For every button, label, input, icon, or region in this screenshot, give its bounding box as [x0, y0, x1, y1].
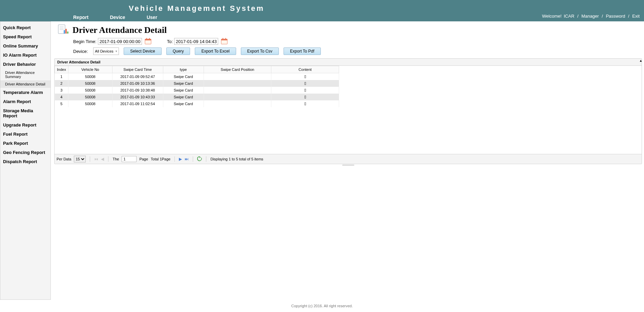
sidebar-item[interactable]: Alarm Report: [0, 97, 50, 106]
sidebar-item[interactable]: Park Report: [0, 139, 50, 148]
column-header[interactable]: Swipe Card Time: [112, 66, 163, 73]
table-cell: 50008: [68, 94, 112, 100]
sidebar-item[interactable]: Speed Report: [0, 32, 50, 41]
resize-handle[interactable]: [54, 164, 642, 166]
per-data-select[interactable]: 15: [74, 156, 86, 162]
begin-time-input[interactable]: [98, 38, 142, 45]
sidebar-item[interactable]: IO Alarm Report: [0, 51, 50, 60]
menu-device[interactable]: Device: [110, 15, 125, 20]
content: Driver Attendance Detail Begin Time: To:…: [51, 21, 644, 300]
column-header[interactable]: Index: [55, 66, 68, 73]
page-heading: Driver Attendance Detail: [54, 24, 642, 36]
table-cell: 50008: [68, 73, 112, 80]
table-cell: 2017-01-09 10:38:48: [112, 87, 163, 94]
export-excel-button[interactable]: Export To Excel: [195, 47, 236, 55]
table-cell: ▯: [271, 80, 339, 87]
collapse-icon[interactable]: ▴: [640, 59, 642, 62]
column-header[interactable]: Swipe Card Position: [204, 66, 271, 73]
refresh-icon[interactable]: [197, 156, 202, 162]
export-pdf-button[interactable]: Export To Pdf: [284, 47, 321, 55]
top-bar: Vehicle Management System Report Device …: [0, 0, 644, 21]
password-link[interactable]: Password: [606, 14, 625, 19]
svg-rect-9: [146, 38, 147, 40]
svg-rect-12: [221, 39, 227, 40]
begin-time-label: Begin Time:: [73, 39, 97, 44]
table-row[interactable]: 4500082017-01-09 10:43:33Swipe Card▯: [55, 94, 339, 100]
export-csv-button[interactable]: Export To Csv: [241, 47, 279, 55]
total-pages-label: Total 1Page: [151, 157, 170, 161]
svg-rect-6: [67, 32, 68, 34]
prev-page-button[interactable]: ◀: [101, 157, 104, 161]
table-cell: Swipe Card: [163, 87, 204, 94]
menu-report[interactable]: Report: [73, 15, 88, 20]
table-cell: ▯: [271, 87, 339, 94]
svg-rect-8: [145, 39, 151, 40]
welcome-label: Welcome!: [542, 14, 562, 19]
table-row[interactable]: 1500082017-01-09 09:52:47Swipe Card▯: [55, 73, 339, 80]
table-cell: [204, 80, 271, 87]
svg-rect-14: [225, 38, 226, 40]
table-cell: 2017-01-09 09:52:47: [112, 73, 163, 80]
table-cell: Swipe Card: [163, 73, 204, 80]
report-icon: [54, 24, 72, 36]
menu-user[interactable]: User: [147, 15, 157, 20]
table-cell: 4: [55, 94, 68, 100]
table-cell: Swipe Card: [163, 100, 204, 107]
device-select-value: All Devices: [95, 49, 113, 53]
select-device-button[interactable]: Select Device: [124, 47, 161, 55]
table-cell: 50008: [68, 100, 112, 107]
table-cell: 2017-01-09 10:13:36: [112, 80, 163, 87]
device-select[interactable]: All Devices ▾: [93, 47, 119, 55]
query-button[interactable]: Query: [166, 47, 190, 55]
table-cell: ▯: [271, 94, 339, 100]
grid-title: Driver Attendance Detail ▴: [55, 59, 642, 66]
grid-panel: Driver Attendance Detail ▴ IndexVehicle …: [54, 58, 642, 164]
sidebar-subitem[interactable]: Driver Attendance Summary: [0, 69, 50, 80]
page-number-input[interactable]: [122, 156, 137, 162]
next-page-button[interactable]: ▶: [179, 157, 182, 161]
table-cell: [204, 87, 271, 94]
table-cell: [204, 100, 271, 107]
table-cell: 5: [55, 100, 68, 107]
table-cell: 50008: [68, 87, 112, 94]
to-time-input[interactable]: [174, 38, 218, 45]
filter-actions: Device: All Devices ▾ Select Device Quer…: [73, 47, 642, 55]
first-page-button[interactable]: ⏮: [94, 157, 98, 161]
table-row[interactable]: 3500082017-01-09 10:38:48Swipe Card▯: [55, 87, 339, 94]
main-area: Quick ReportSpeed ReportOnline SummaryIO…: [0, 21, 644, 300]
table-cell: 3: [55, 87, 68, 94]
per-data-label: Per Data: [57, 157, 71, 161]
grid-table: IndexVehicle NoSwipe Card TimetypeSwipe …: [55, 66, 339, 107]
grid-body: IndexVehicle NoSwipe Card TimetypeSwipe …: [55, 66, 642, 154]
sidebar-item[interactable]: Storage Media Report: [0, 106, 50, 120]
sidebar-item[interactable]: Quick Report: [0, 23, 50, 32]
sidebar-item[interactable]: Temperature Alarm: [0, 88, 50, 97]
table-row[interactable]: 2500082017-01-09 10:13:36Swipe Card▯: [55, 80, 339, 87]
column-header[interactable]: Content: [271, 66, 339, 73]
exit-link[interactable]: Exit: [632, 14, 640, 19]
table-cell: 50008: [68, 80, 112, 87]
user-link[interactable]: ICAR: [564, 14, 574, 19]
device-label: Device:: [73, 49, 88, 54]
sidebar: Quick ReportSpeed ReportOnline SummaryIO…: [0, 21, 51, 300]
table-cell: 2: [55, 80, 68, 87]
sidebar-item[interactable]: Online Summary: [0, 41, 50, 51]
table-row[interactable]: 5500082017-01-09 11:02:54Swipe Card▯: [55, 100, 339, 107]
calendar-icon[interactable]: [145, 38, 151, 45]
sidebar-item[interactable]: Geo Fencing Report: [0, 148, 50, 157]
column-header[interactable]: type: [163, 66, 204, 73]
sidebar-item[interactable]: Fuel Report: [0, 130, 50, 139]
sidebar-item[interactable]: Upgrade Report: [0, 120, 50, 130]
last-page-button[interactable]: ⏭: [185, 157, 189, 161]
column-header[interactable]: Vehicle No: [68, 66, 112, 73]
filter-dates: Begin Time: To:: [73, 38, 642, 45]
sidebar-item[interactable]: Driver Behavior: [0, 60, 50, 69]
calendar-icon[interactable]: [221, 38, 228, 45]
table-cell: [204, 73, 271, 80]
svg-rect-10: [149, 38, 150, 40]
sidebar-item[interactable]: Dispatch Report: [0, 157, 50, 166]
table-cell: ▯: [271, 100, 339, 107]
manager-link[interactable]: Manager: [581, 14, 599, 19]
sidebar-subitem[interactable]: Driver Attendance Detail: [0, 80, 50, 88]
chevron-down-icon: ▾: [116, 50, 117, 53]
